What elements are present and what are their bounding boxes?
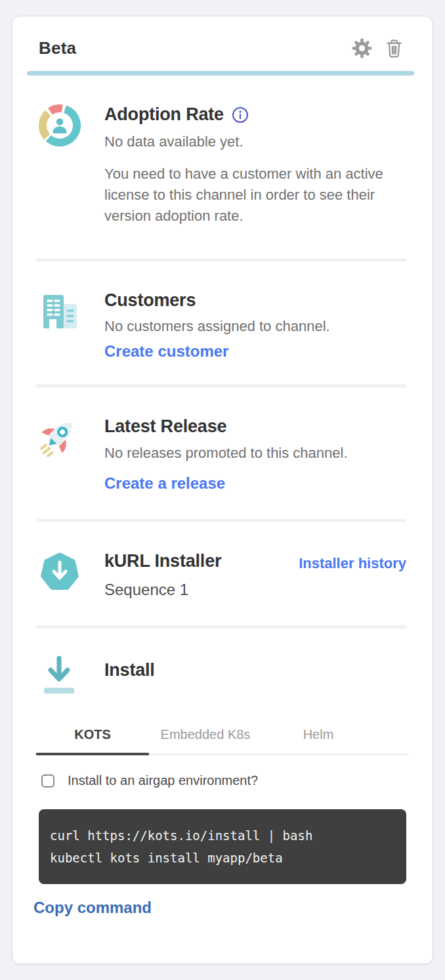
customers-section: Customers No customers assigned to chann…: [12, 290, 433, 361]
rocket-icon: [39, 416, 81, 458]
heptagon-download-icon: [39, 551, 81, 593]
delete-channel-button[interactable]: [383, 37, 405, 60]
adoption-rate-title: Adoption Rate: [104, 104, 224, 125]
header-actions: [350, 36, 405, 60]
tab-kots[interactable]: KOTS: [36, 719, 149, 754]
install-title: Install: [104, 660, 406, 680]
card-header: Beta: [12, 16, 433, 60]
adoption-donut-user-icon: [39, 104, 81, 146]
command-line: kubectl kots install myapp/beta: [50, 847, 394, 869]
section-divider: [36, 625, 406, 629]
command-line: curl https://kots.io/install | bash: [50, 824, 394, 847]
gear-icon: [351, 51, 373, 61]
section-divider: [36, 519, 406, 522]
install-command-block: curl https://kots.io/install | bashkubec…: [39, 809, 406, 884]
download-arrow-icon: [39, 655, 81, 702]
copy-command-link[interactable]: Copy command: [33, 899, 152, 916]
settings-button[interactable]: [350, 36, 374, 60]
info-icon[interactable]: [232, 106, 249, 123]
airgap-label: Install to an airgap environment?: [68, 773, 258, 788]
trash-icon: [385, 51, 404, 60]
buildings-icon: [39, 290, 81, 332]
adoption-description-text: You need to have a customer with an acti…: [104, 164, 398, 227]
create-customer-link[interactable]: Create customer: [104, 342, 228, 361]
section-divider: [36, 258, 406, 261]
kurl-installer-section: kURL Installer Sequence 1 Installer hist…: [12, 551, 433, 599]
adoption-rate-section: Adoption Rate No data available yet. You…: [12, 104, 433, 227]
create-release-link[interactable]: Create a release: [104, 474, 225, 493]
tab-helm[interactable]: Helm: [262, 719, 375, 754]
install-section: Install: [12, 655, 433, 702]
airgap-checkbox[interactable]: [41, 774, 54, 788]
channel-title: Beta: [39, 38, 76, 58]
tab-embedded-k8s[interactable]: Embedded K8s: [149, 719, 262, 754]
install-tabs: KOTS Embedded K8s Helm: [36, 719, 409, 755]
customers-title: Customers: [104, 290, 406, 311]
adoption-status-text: No data available yet.: [104, 133, 406, 150]
latest-release-section: Latest Release No releases promoted to t…: [12, 416, 433, 493]
installer-sequence-text: Sequence 1: [104, 581, 299, 599]
channel-card: Beta: [12, 16, 433, 964]
airgap-option-row: Install to an airgap environment?: [41, 773, 406, 788]
installer-history-link[interactable]: Installer history: [299, 555, 406, 599]
release-status-text: No releases promoted to this channel.: [104, 445, 406, 462]
latest-release-title: Latest Release: [104, 416, 406, 437]
copy-command-row: Copy command: [33, 899, 406, 917]
kurl-installer-title: kURL Installer: [104, 551, 299, 571]
channel-accent-rule: [27, 71, 414, 76]
customers-status-text: No customers assigned to channel.: [104, 318, 406, 335]
section-divider: [36, 384, 406, 388]
